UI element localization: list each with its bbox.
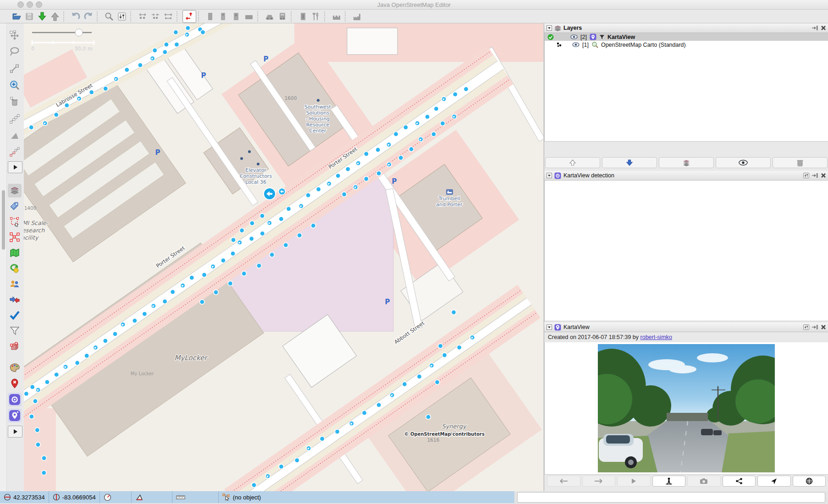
filter-funnel-icon[interactable] (599, 34, 605, 40)
photo-point[interactable] (464, 87, 468, 91)
collapse-icon[interactable] (546, 173, 552, 178)
photo-point[interactable] (42, 456, 46, 460)
photo-point[interactable] (364, 152, 369, 156)
locate-photo-button[interactable] (757, 476, 791, 487)
tool-unglue[interactable] (8, 112, 22, 126)
distribute-nodes-button[interactable] (136, 11, 149, 22)
photo-point[interactable] (260, 214, 265, 218)
photo-point[interactable] (54, 373, 59, 377)
panels-more-expander[interactable] (8, 426, 22, 438)
photo-point[interactable] (189, 275, 194, 280)
previous-photo-button[interactable] (547, 476, 580, 487)
photo-viewer[interactable] (544, 342, 828, 475)
photo-point[interactable] (113, 332, 117, 336)
photo-point[interactable] (260, 231, 265, 236)
toggle-map-paint-styles-panel[interactable] (8, 361, 22, 374)
merge-layers-button[interactable] (659, 157, 714, 168)
tool-delete[interactable] (8, 95, 22, 109)
stick-icon[interactable] (811, 324, 818, 330)
close-icon[interactable] (821, 173, 826, 178)
collapse-icon[interactable] (546, 25, 552, 31)
move-layer-down-button[interactable] (602, 157, 657, 168)
toggle-validator-panel[interactable] (8, 308, 22, 322)
photo-point[interactable] (171, 290, 175, 294)
photo-point[interactable] (438, 344, 443, 348)
street-photo[interactable] (598, 344, 775, 472)
photo-point[interactable] (45, 380, 50, 384)
photo-point[interactable] (376, 403, 381, 407)
photo-point[interactable] (402, 382, 407, 386)
converge-nodes-button[interactable] (149, 11, 162, 22)
photo-point[interactable] (270, 252, 274, 257)
photo-point[interactable] (403, 125, 408, 130)
photo-point[interactable] (457, 345, 462, 350)
photo-point[interactable] (29, 125, 33, 130)
play-sequence-button[interactable] (617, 476, 651, 487)
photo-point[interactable] (132, 318, 137, 323)
spread-nodes-button[interactable] (162, 11, 175, 22)
tool-select-move[interactable] (8, 29, 22, 43)
photo-point[interactable] (142, 312, 147, 316)
photo-point[interactable] (252, 482, 256, 487)
photo-point[interactable] (279, 464, 283, 469)
status-text-field[interactable] (517, 492, 825, 503)
sidebar-scroll-rail[interactable] (0, 23, 7, 491)
collapse-icon[interactable] (546, 324, 552, 330)
photo-point[interactable] (125, 67, 129, 72)
toggle-minimap-panel[interactable] (8, 246, 22, 260)
photo-point[interactable] (306, 193, 310, 197)
sidebar-scroll-thumb[interactable] (2, 190, 5, 250)
stick-icon[interactable] (811, 25, 818, 31)
photo-point[interactable] (409, 147, 414, 151)
open-button[interactable] (10, 11, 23, 22)
tool-zoom[interactable] (8, 78, 22, 92)
photo-point[interactable] (239, 228, 244, 233)
photo-point[interactable] (173, 30, 178, 34)
photo-point[interactable] (153, 48, 157, 53)
photo-point[interactable] (84, 353, 89, 358)
photo-point[interactable] (375, 148, 380, 152)
photo-point[interactable] (202, 273, 206, 277)
upload-button[interactable] (49, 11, 61, 22)
photo-point[interactable] (65, 103, 69, 108)
preset-car-button[interactable] (263, 11, 276, 22)
photo-point[interactable] (35, 427, 39, 432)
toggle-filter-panel[interactable] (8, 324, 22, 338)
photo-point[interactable] (335, 429, 339, 434)
photo-point[interactable] (242, 271, 246, 276)
photo-point[interactable] (453, 92, 458, 97)
preset-waterway-button[interactable] (230, 11, 243, 22)
photo-point[interactable] (398, 155, 403, 160)
photo-point[interactable] (249, 236, 254, 241)
photo-point[interactable] (75, 361, 79, 365)
pegman-360-button[interactable] (652, 476, 686, 487)
toggle-notes-panel[interactable] (8, 377, 22, 390)
photo-point[interactable] (342, 192, 347, 197)
photo-point[interactable] (36, 442, 40, 447)
photo-point[interactable] (297, 233, 302, 238)
toggle-layers-panel[interactable] (8, 184, 22, 197)
preset-barrier-button[interactable] (204, 11, 217, 22)
photo-point[interactable] (221, 258, 226, 263)
visibility-eye-icon[interactable] (572, 42, 580, 47)
toggle-changesets-panel[interactable] (8, 340, 22, 353)
open-web-button[interactable] (793, 476, 826, 487)
share-button[interactable] (723, 476, 756, 487)
map-canvas[interactable]: Labrosse StreetPorter StreetPorter Stree… (24, 23, 543, 491)
toggle-layer-visibility-button[interactable] (716, 157, 771, 168)
photo-point[interactable] (425, 115, 430, 119)
photo-point[interactable] (250, 221, 254, 225)
photo-point[interactable] (442, 353, 447, 357)
preset-tourism-button[interactable] (330, 11, 343, 22)
photo-point[interactable] (200, 300, 204, 304)
photo-point[interactable] (426, 415, 431, 419)
toggle-relations-panel[interactable] (8, 230, 22, 244)
photo-point[interactable] (336, 173, 340, 178)
photo-point[interactable] (42, 471, 46, 475)
photo-point[interactable] (33, 399, 38, 403)
search-button[interactable] (103, 11, 116, 22)
redo-button[interactable] (82, 11, 95, 22)
photo-point[interactable] (231, 251, 235, 256)
photo-point[interactable] (417, 374, 421, 379)
preset-man-made-button[interactable] (351, 11, 364, 22)
